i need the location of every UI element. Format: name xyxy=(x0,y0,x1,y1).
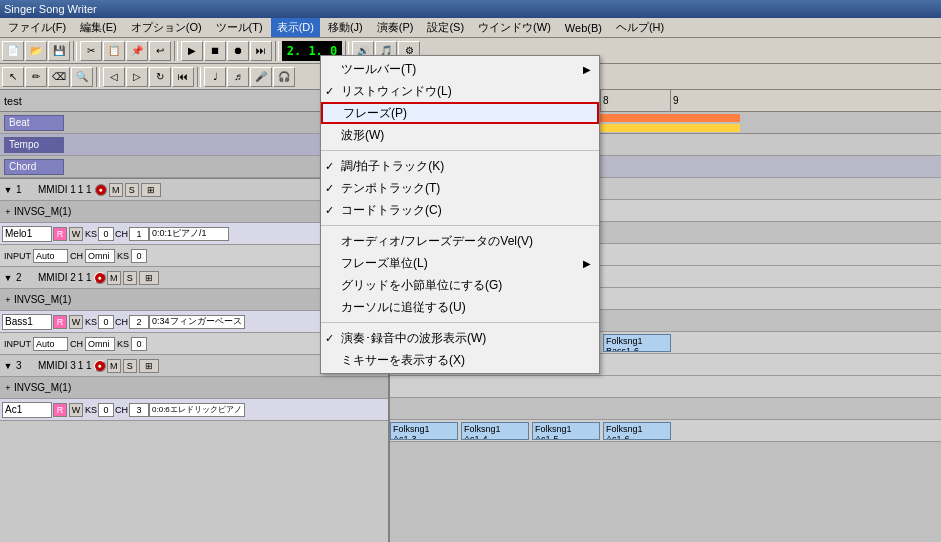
arr-cell-ac1-5[interactable]: Folksng1Ac1-5 xyxy=(532,422,600,440)
tb-new[interactable]: 📄 xyxy=(2,41,24,61)
tb-copy[interactable]: 📋 xyxy=(103,41,125,61)
track-2-expand[interactable]: ▼ xyxy=(2,272,14,284)
tb2-btn5[interactable]: ♬ xyxy=(227,67,249,87)
menu-help[interactable]: ヘルプ(H) xyxy=(610,18,670,37)
track-1-record[interactable]: ● xyxy=(95,184,107,196)
menu-tempo-track[interactable]: テンポトラック(T) xyxy=(321,177,599,199)
track-1-sub-expand[interactable]: + xyxy=(2,206,14,218)
track-1-s[interactable]: S xyxy=(125,183,139,197)
tb2-loop[interactable]: ↻ xyxy=(149,67,171,87)
ruler-8-label: 8 xyxy=(603,95,609,106)
track-1-omni[interactable]: Omni xyxy=(85,249,115,263)
menu-section-4: 演奏･録音中の波形表示(W) ミキサーを表示する(X) xyxy=(321,325,599,373)
track-2-type[interactable]: ⊞ xyxy=(139,271,159,285)
menu-section-2: 調/拍子トラック(K) テンポトラック(T) コードトラック(C) xyxy=(321,153,599,223)
track-1-ks-in[interactable]: 0 xyxy=(131,249,147,263)
track-2-m[interactable]: M xyxy=(107,271,121,285)
menu-audio-phrase-vel[interactable]: オーディオ/フレーズデータのVel(V) xyxy=(321,230,599,252)
ruler-9: 9 xyxy=(670,90,679,111)
tb2-eraser[interactable]: ⌫ xyxy=(48,67,70,87)
tb2-zoom[interactable]: 🔍 xyxy=(71,67,93,87)
track-1-expand[interactable]: ▼ xyxy=(2,184,14,196)
track-2-sub-expand[interactable]: + xyxy=(2,294,14,306)
track-2-s[interactable]: S xyxy=(123,271,137,285)
track-1-r[interactable]: R xyxy=(53,227,67,241)
menu-edit[interactable]: 編集(E) xyxy=(74,18,123,37)
tb2-btn2[interactable]: ▷ xyxy=(126,67,148,87)
beat-label: Beat xyxy=(4,115,64,131)
track-3-ch-val[interactable]: 3 xyxy=(129,403,149,417)
track-1-ch-val[interactable]: 1 xyxy=(129,227,149,241)
track-2-ch: 1 1 xyxy=(78,272,92,283)
tb2-select[interactable]: ↖ xyxy=(2,67,24,87)
track-1-input-val[interactable]: Auto xyxy=(33,249,68,263)
tb2-btn1[interactable]: ◁ xyxy=(103,67,125,87)
track-2-input-val[interactable]: Auto xyxy=(33,337,68,351)
menu-wave[interactable]: 波形(W) xyxy=(321,124,599,146)
track-3-name[interactable]: Ac1 xyxy=(2,402,52,418)
track-2-ks-in[interactable]: 0 xyxy=(131,337,147,351)
menu-options[interactable]: オプション(O) xyxy=(125,18,208,37)
track-2-w[interactable]: W xyxy=(69,315,83,329)
track-3-ks-val[interactable]: 0 xyxy=(98,403,114,417)
tb2-btn7[interactable]: 🎧 xyxy=(273,67,295,87)
track-3-record[interactable]: ● xyxy=(94,360,106,372)
menu-play[interactable]: 演奏(P) xyxy=(371,18,420,37)
tb-open[interactable]: 📂 xyxy=(25,41,47,61)
menu-phrase[interactable]: フレーズ(P) xyxy=(321,102,599,124)
track-1-type[interactable]: ⊞ xyxy=(141,183,161,197)
menu-phrase-unit[interactable]: フレーズ単位(L) ▶ xyxy=(321,252,599,274)
menu-grid-measure[interactable]: グリッドを小節単位にする(G) xyxy=(321,274,599,296)
tb-btn5[interactable]: ▶ xyxy=(181,41,203,61)
track-3-m[interactable]: M xyxy=(107,359,121,373)
track-2-ch-val[interactable]: 2 xyxy=(129,315,149,329)
tb2-pencil[interactable]: ✏ xyxy=(25,67,47,87)
arr-cell-bass1-6[interactable]: Folksng1Bass1-6 xyxy=(603,334,671,352)
menu-move[interactable]: 移動(J) xyxy=(322,18,369,37)
track-3-sub-expand[interactable]: + xyxy=(2,382,14,394)
track-2-name[interactable]: Bass1 xyxy=(2,314,52,330)
tb-undo[interactable]: ↩ xyxy=(149,41,171,61)
menu-web[interactable]: Web(B) xyxy=(559,20,608,36)
tb-btn7[interactable]: ⏺ xyxy=(227,41,249,61)
menu-tools[interactable]: ツール(T) xyxy=(210,18,269,37)
track-2-omni[interactable]: Omni xyxy=(85,337,115,351)
tb-cut[interactable]: ✂ xyxy=(80,41,102,61)
track-3-expand[interactable]: ▼ xyxy=(2,360,14,372)
menu-waveform-play[interactable]: 演奏･録音中の波形表示(W) xyxy=(321,327,599,349)
track-1-w[interactable]: W xyxy=(69,227,83,241)
track-1-m[interactable]: M xyxy=(109,183,123,197)
menu-window[interactable]: ウインドウ(W) xyxy=(472,18,557,37)
track-3-type[interactable]: ⊞ xyxy=(139,359,159,373)
menu-toolbar[interactable]: ツールバー(T) ▶ xyxy=(321,58,599,80)
menu-view[interactable]: 表示(D) xyxy=(271,18,320,37)
arr-cell-ac1-3[interactable]: Folksng1Ac1-3 xyxy=(390,422,458,440)
menu-chord-track[interactable]: コードトラック(C) xyxy=(321,199,599,221)
menu-show-mixer[interactable]: ミキサーを表示する(X) xyxy=(321,349,599,371)
track-3-r[interactable]: R xyxy=(53,403,67,417)
track-2-record[interactable]: ● xyxy=(94,272,106,284)
tb-save[interactable]: 💾 xyxy=(48,41,70,61)
track-3-s[interactable]: S xyxy=(123,359,137,373)
track-3-subrow: + INVSG_M(1) xyxy=(0,377,388,399)
track-2-ks-val[interactable]: 0 xyxy=(98,315,114,329)
arr-cell-ac1-6[interactable]: Folksng1Ac1-6 xyxy=(603,422,671,440)
tb2-btn3[interactable]: ⏮ xyxy=(172,67,194,87)
tb-paste[interactable]: 📌 xyxy=(126,41,148,61)
view-dropdown-menu: ツールバー(T) ▶ リストウィンドウ(L) フレーズ(P) 波形(W) 調/拍… xyxy=(320,55,600,374)
menu-key-time[interactable]: 調/拍子トラック(K) xyxy=(321,155,599,177)
menu-follow-cursor[interactable]: カーソルに追従する(U) xyxy=(321,296,599,318)
tb2-btn6[interactable]: 🎤 xyxy=(250,67,272,87)
track-1-ks-val[interactable]: 0 xyxy=(98,227,114,241)
track-3-w[interactable]: W xyxy=(69,403,83,417)
menu-list-window[interactable]: リストウィンドウ(L) xyxy=(321,80,599,102)
track-1-name[interactable]: Melo1 xyxy=(2,226,52,242)
arr-cell-ac1-4[interactable]: Folksng1Ac1-4 xyxy=(461,422,529,440)
track-2-r[interactable]: R xyxy=(53,315,67,329)
menu-settings[interactable]: 設定(S) xyxy=(421,18,470,37)
ruler-9-label: 9 xyxy=(673,95,679,106)
tb-btn6[interactable]: ⏹ xyxy=(204,41,226,61)
menu-file[interactable]: ファイル(F) xyxy=(2,18,72,37)
tb2-btn4[interactable]: ♩ xyxy=(204,67,226,87)
tb-btn8[interactable]: ⏭ xyxy=(250,41,272,61)
